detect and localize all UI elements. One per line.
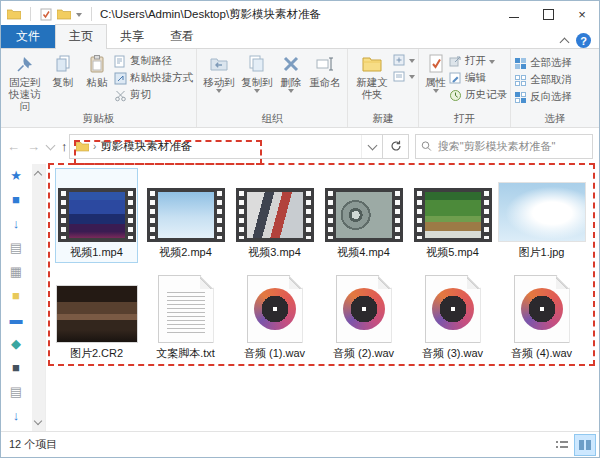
tab-share[interactable]: 共享	[107, 25, 157, 48]
desktop-icon[interactable]: ■	[12, 360, 20, 375]
quick-access-icon[interactable]: ★	[10, 168, 22, 183]
forward-icon[interactable]: →	[27, 139, 40, 154]
onedrive-icon[interactable]: ■	[12, 192, 20, 207]
breadcrumb[interactable]: › 剪影模块素材准备	[70, 139, 361, 154]
tab-home[interactable]: 主页	[55, 24, 107, 49]
new-folder-quick-icon[interactable]	[57, 8, 71, 20]
move-to-button[interactable]: 移动到	[200, 52, 238, 95]
open-icon	[449, 55, 462, 68]
edit-button[interactable]: 编辑	[449, 71, 507, 85]
copy-button[interactable]: 复制	[46, 52, 80, 90]
file-name: 音频 (1).wav	[244, 346, 305, 361]
tab-view[interactable]: 查看	[157, 25, 207, 48]
address-dropdown-button[interactable]	[361, 135, 382, 158]
pin-to-quick-access-button[interactable]: 固定到快速访问	[4, 52, 46, 114]
address-bar[interactable]: › 剪影模块素材准备	[69, 134, 383, 159]
recent-locations-caret[interactable]	[46, 140, 56, 150]
move-to-caret	[216, 89, 222, 93]
properties-caret	[433, 89, 439, 93]
file-item[interactable]: 视频5.mp4	[411, 168, 494, 263]
search-box[interactable]	[415, 134, 593, 159]
edit-label: 编辑	[465, 71, 486, 85]
scroll-down-icon[interactable]	[34, 417, 42, 425]
paste-button[interactable]: 粘贴	[80, 52, 114, 90]
file-name: 视频5.mp4	[426, 245, 479, 260]
file-item[interactable]: 图片2.CR2	[55, 269, 138, 364]
qat-customize-caret[interactable]	[76, 13, 82, 17]
copy-path-button[interactable]: 复制路径	[114, 54, 193, 68]
open-button[interactable]: 打开	[449, 54, 507, 68]
new-item-button[interactable]	[393, 54, 415, 67]
sidebar-scrollbar[interactable]	[32, 164, 45, 431]
main-area: ★ ■ ↓ ▤ ▦ ■ ▬ ◆ ■ ▤ ↓ 视频1.mp4	[1, 164, 599, 431]
file-item[interactable]: 视频3.mp4	[233, 168, 316, 263]
up-icon[interactable]: ↑	[61, 139, 68, 154]
pin-icon	[15, 54, 35, 74]
downloads2-icon[interactable]: ↓	[13, 408, 20, 423]
open-group-label: 打开	[419, 112, 510, 126]
file-thumbnail	[56, 285, 138, 343]
file-item[interactable]: 音频 (3).wav	[411, 269, 494, 364]
this-pc-icon[interactable]: ▬	[10, 312, 23, 327]
select-all-button[interactable]: 全部选择	[514, 56, 572, 70]
copy-path-icon	[114, 55, 127, 68]
ribbon: 固定到快速访问 复制 粘贴 复制路径 粘贴快捷方式	[1, 49, 599, 128]
file-item[interactable]: 图片1.jpg	[500, 168, 583, 263]
invert-selection-label: 反向选择	[530, 90, 572, 104]
move-to-icon	[209, 54, 229, 74]
collapse-ribbon-icon[interactable]	[560, 37, 570, 47]
ribbon-group-organize: 移动到 复制到 删除 重命名 组织	[197, 49, 348, 127]
file-list[interactable]: 视频1.mp4 视频2.mp4 视频3.mp4 视频4.mp4 视频5.mp4	[45, 164, 599, 431]
paste-shortcut-button[interactable]: 粘贴快捷方式	[114, 71, 193, 85]
documents-icon[interactable]: ▤	[10, 240, 22, 255]
new-folder-button[interactable]: 新建文件夹	[351, 52, 393, 102]
back-icon[interactable]: ←	[7, 139, 20, 154]
delete-button[interactable]: 删除	[276, 52, 306, 95]
divider	[30, 7, 31, 21]
pictures-icon[interactable]: ▦	[10, 264, 22, 279]
paste-shortcut-label: 粘贴快捷方式	[130, 71, 193, 85]
scroll-up-icon[interactable]	[34, 171, 42, 179]
drive-icon[interactable]: ◆	[11, 336, 21, 351]
search-input[interactable]	[436, 139, 587, 153]
maximize-button[interactable]	[531, 1, 565, 27]
navigation-pane[interactable]: ★ ■ ↓ ▤ ▦ ■ ▬ ◆ ■ ▤ ↓	[1, 164, 46, 431]
easy-access-button[interactable]	[393, 70, 415, 83]
refresh-button[interactable]	[383, 134, 409, 159]
file-item[interactable]: 视频2.mp4	[144, 168, 227, 263]
help-icon[interactable]: ?	[576, 33, 591, 48]
file-thumbnail	[514, 275, 570, 343]
downloads-icon[interactable]: ↓	[13, 216, 20, 231]
file-item[interactable]: 视频1.mp4	[55, 168, 138, 263]
breadcrumb-separator: ›	[93, 141, 96, 152]
new-folder-label: 新建文件夹	[353, 76, 391, 100]
file-item[interactable]: 音频 (4).wav	[500, 269, 583, 364]
copy-to-button[interactable]: 复制到	[238, 52, 276, 95]
folder-icon[interactable]: ■	[12, 288, 20, 303]
details-view-button[interactable]	[551, 434, 573, 456]
ribbon-tabs: 文件 主页 共享 查看 ?	[1, 27, 599, 49]
file-item[interactable]: 视频4.mp4	[322, 168, 405, 263]
history-button[interactable]: 历史记录	[449, 88, 507, 102]
file-thumbnail	[247, 275, 303, 343]
minimize-button[interactable]	[497, 1, 531, 27]
documents2-icon[interactable]: ▤	[10, 384, 22, 399]
cut-button[interactable]: 剪切	[114, 88, 193, 102]
rename-button[interactable]: 重命名	[306, 52, 344, 90]
close-button[interactable]: ×	[565, 1, 599, 27]
thumbnail-view-button[interactable]	[574, 434, 596, 456]
file-item[interactable]: 音频 (2).wav	[322, 269, 405, 364]
file-name: 音频 (4).wav	[511, 346, 572, 361]
breadcrumb-folder-icon	[76, 141, 89, 152]
invert-selection-button[interactable]: 反向选择	[514, 90, 572, 104]
select-none-button[interactable]: 全部取消	[514, 73, 572, 87]
ribbon-group-open: 属性 打开 编辑 历史记录 打开	[419, 49, 511, 127]
file-item[interactable]: 音频 (1).wav	[233, 269, 316, 364]
tab-file[interactable]: 文件	[1, 25, 55, 48]
organize-group-label: 组织	[197, 112, 347, 126]
properties-button[interactable]: 属性	[422, 52, 449, 95]
properties-quick-icon[interactable]	[40, 8, 52, 21]
cut-icon	[114, 89, 127, 102]
file-item[interactable]: 文案脚本.txt	[144, 269, 227, 364]
new-group-label: 新建	[348, 112, 418, 126]
